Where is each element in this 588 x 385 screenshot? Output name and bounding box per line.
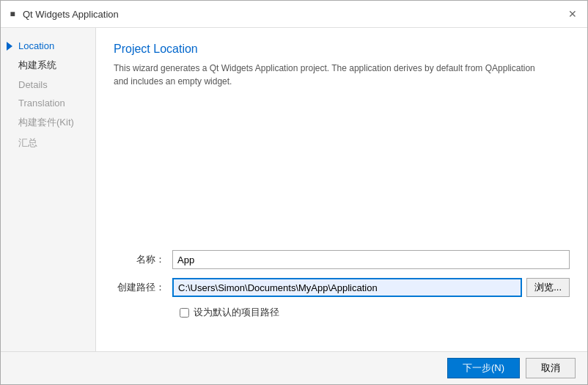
next-button[interactable]: 下一步(N) <box>447 358 520 378</box>
path-input[interactable] <box>172 278 522 297</box>
content-area: Project Location This wizard generates a… <box>96 28 587 351</box>
default-path-checkbox[interactable] <box>180 308 189 318</box>
path-label: 创建路径： <box>114 281 172 294</box>
dialog-footer: 下一步(N) 取消 <box>1 351 587 384</box>
dialog-title: Qt Widgets Application <box>23 9 119 20</box>
title-bar-left: ■ Qt Widgets Application <box>7 8 119 20</box>
content-title: Project Location <box>114 43 570 56</box>
sidebar-label-details: Details <box>18 79 48 90</box>
cancel-button[interactable]: 取消 <box>526 358 576 378</box>
name-input[interactable] <box>172 250 570 269</box>
default-path-label: 设为默认的项目路径 <box>194 306 279 319</box>
dialog-body: Location 构建系统 Details Translation 构建套件(K… <box>1 28 587 351</box>
sidebar-item-translation[interactable]: Translation <box>1 94 95 112</box>
sidebar-item-summary[interactable]: 汇总 <box>1 133 95 153</box>
sidebar-label-translation: Translation <box>18 98 65 109</box>
sidebar-label-build-system: 构建系统 <box>18 59 56 72</box>
close-button[interactable]: ✕ <box>564 5 581 23</box>
checkbox-row: 设为默认的项目路径 <box>180 306 570 319</box>
name-label: 名称： <box>114 253 172 266</box>
content-description: This wizard generates a Qt Widgets Appli… <box>114 62 539 88</box>
sidebar-item-build-system[interactable]: 构建系统 <box>1 55 95 76</box>
sidebar-item-location[interactable]: Location <box>1 37 95 55</box>
dialog-window: ■ Qt Widgets Application ✕ Location 构建系统… <box>0 0 588 385</box>
sidebar-label-location: Location <box>18 40 54 51</box>
content-header: Project Location This wizard generates a… <box>114 43 570 88</box>
sidebar-label-build-kit: 构建套件(Kit) <box>18 116 74 129</box>
sidebar-item-build-kit[interactable]: 构建套件(Kit) <box>1 112 95 133</box>
browse-button[interactable]: 浏览... <box>526 278 570 297</box>
title-bar: ■ Qt Widgets Application ✕ <box>1 1 587 28</box>
sidebar-item-details[interactable]: Details <box>1 76 95 94</box>
form-area: 名称： 创建路径： 浏览... 设为默认的项目路径 <box>114 97 570 337</box>
sidebar-label-summary: 汇总 <box>18 136 37 150</box>
path-row: 创建路径： 浏览... <box>114 278 570 297</box>
sidebar: Location 构建系统 Details Translation 构建套件(K… <box>1 28 96 351</box>
name-row: 名称： <box>114 250 570 269</box>
app-icon: ■ <box>7 8 18 20</box>
